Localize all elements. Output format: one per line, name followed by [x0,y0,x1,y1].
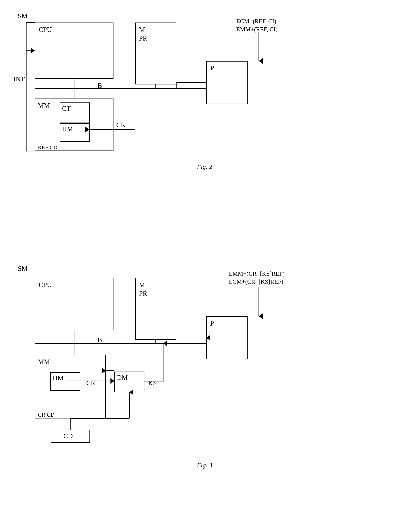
mm-label-2: MM [38,358,50,366]
cpu-label-1: CPU [39,26,52,34]
diagram-container: SM ECM+(REF, CI) EMM+(REF, CI) CPU M PR … [0,0,410,532]
pr-label-1: PR [139,34,147,42]
hm-box-1: HM [60,123,90,142]
dm-box-2: DM [114,371,144,392]
p-box-1: P [206,61,248,104]
fig2-label: Fig. 2 [197,163,212,170]
b-label-1: B [98,82,102,89]
int-label-1: INT [13,75,25,83]
mpr-box-2: M PR [135,278,176,340]
cr-label-2: CR [86,379,95,387]
m-label-1: M [139,26,145,34]
dm-label-2: DM [117,374,128,381]
mpr-box-1: M PR [135,22,176,85]
mm-label-1: MM [38,102,50,110]
ct-box-1: CT [60,103,90,123]
ks-label-2: KS [148,379,157,387]
cd-bottom-label-2: CD [63,432,73,440]
fig3-label: Fig. 3 [197,462,212,469]
hm-label-2: HM [53,374,64,382]
cpu-label-2: CPU [39,281,52,289]
ck-label-1: CK [116,121,126,129]
hm-box-2: HM [50,372,80,391]
sm-label-1: SM [18,12,28,20]
p-box-2: P [206,316,248,359]
emm-label-1: EMM+(REF, CI) [236,26,278,33]
b-label-2: B [98,336,102,344]
hm-label-1: HM [62,125,73,133]
ref-cd-label-1: REF CD [38,144,57,151]
cr-cd-label-2: CR CD [38,411,55,418]
ecm-label-2: ECM+(CR=[KS]REF) [229,278,283,285]
cpu-box-2: CPU [35,278,113,330]
cd-bottom-box-2: CD [51,430,90,443]
connections-svg [0,0,410,532]
ecm-label-1: ECM+(REF, CI) [236,18,276,25]
p-label-2: P [210,319,214,327]
cpu-box-1: CPU [35,22,113,79]
ct-label-1: CT [62,104,71,112]
sm-label-2: SM [18,265,28,273]
pr-label-2: PR [139,290,147,297]
mm-outer-box-1: MM CT HM REF CD [35,98,113,151]
m-label-2: M [139,281,145,289]
p-label-1: P [210,64,214,72]
emm-label-2: EMM+(CR=[KS]REF) [229,270,285,277]
